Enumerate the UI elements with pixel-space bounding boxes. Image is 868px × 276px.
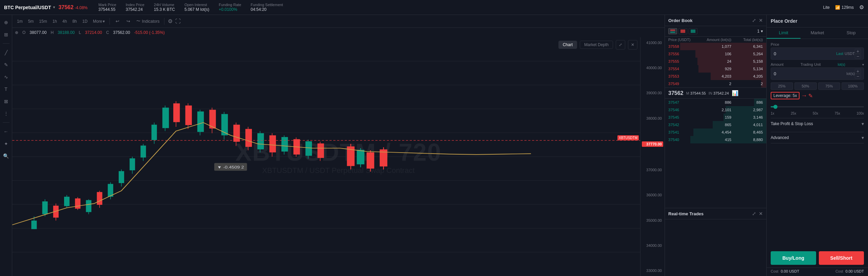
more-button[interactable]: More ▾ — [91, 18, 107, 24]
price-41000: 41000.00 — [642, 41, 663, 45]
ob-ask-row[interactable]: 37556 106 5,264 — [665, 50, 766, 58]
ob-ask-row[interactable]: 37554 929 5,134 — [665, 65, 766, 73]
svg-rect-37 — [173, 103, 180, 122]
symbol-info: BTC Perpetual/USDT ▼ 37562 -4.08% — [4, 4, 87, 11]
top-bar: BTC Perpetual/USDT ▼ 37562 -4.08% Mark P… — [0, 0, 868, 15]
tab-limit[interactable]: Limit — [767, 27, 801, 39]
amount-input[interactable] — [774, 71, 847, 76]
ob-chart-icon[interactable]: 📊 — [732, 90, 738, 96]
fullscreen-icon[interactable]: ⛶ — [175, 18, 181, 25]
ohlc-low: 37214.00 — [85, 30, 102, 35]
time-5m[interactable]: 5m — [26, 18, 36, 24]
leverage-edit-icon[interactable]: ✎ — [808, 93, 813, 99]
toolbar-sep-1 — [110, 18, 110, 25]
leverage-slider[interactable] — [771, 103, 864, 110]
close-order-book-icon[interactable]: ✕ — [759, 18, 763, 23]
amount-plus-button[interactable]: + — [855, 69, 861, 74]
ob-ask-row[interactable]: 37555 24 5,158 — [665, 58, 766, 65]
take-profit-stop-loss-section[interactable]: Take Profit & Stop Loss ▾ — [771, 118, 864, 129]
arrow-left-icon[interactable]: ← — [1, 127, 11, 136]
pct-50-button[interactable]: 50% — [794, 82, 817, 90]
time-4h[interactable]: 4h — [60, 18, 69, 24]
amount-input-row: lot(s) + − — [771, 67, 864, 80]
realtime-trades-header: Real-time Trades ⤢ ✕ — [665, 208, 766, 219]
ob-size-selector[interactable]: 1 ▾ — [757, 28, 763, 34]
ob-bid-row[interactable]: 37547 886 886 — [665, 99, 766, 106]
time-1h[interactable]: 1h — [51, 18, 59, 24]
amount-minus-button[interactable]: − — [855, 74, 861, 79]
ob-view-both[interactable] — [668, 28, 677, 34]
time-8h[interactable]: 8h — [70, 18, 79, 24]
price-35000: 35000.00 — [642, 218, 663, 222]
pct-100-button[interactable]: 100% — [842, 82, 864, 90]
order-book-title: Order Book — [668, 18, 693, 23]
magnet-icon[interactable]: ✦ — [1, 139, 11, 149]
ob-bid-row[interactable]: 37545 159 3,146 — [665, 114, 766, 121]
trading-unit-dropdown[interactable]: lot(s) — [838, 63, 845, 66]
ob-bid-row[interactable]: 37540 415 8,880 — [665, 136, 766, 143]
redo-icon[interactable]: ↪ — [123, 17, 133, 26]
trendline-icon[interactable]: ╱ — [1, 48, 11, 57]
take-profit-stop-loss-label: Take Profit & Stop Loss — [771, 121, 813, 126]
price-input-row: Last USDT + − — [771, 47, 864, 60]
advanced-section[interactable]: Advanced ▾ — [771, 132, 864, 143]
trading-unit-chevron[interactable]: ▾ — [862, 63, 864, 66]
amount-unit: lot(s) — [847, 72, 855, 76]
measure-icon[interactable]: ⊠ — [1, 97, 11, 106]
tab-market[interactable]: Market — [801, 27, 834, 39]
expand-trades-icon[interactable]: ⤢ — [752, 211, 756, 216]
layers-icon[interactable]: ⋮ — [1, 109, 11, 118]
ohlc-close-prefix: C — [106, 30, 109, 35]
pct-75-button[interactable]: 75% — [818, 82, 841, 90]
realtime-trades-icons: ⤢ ✕ — [752, 211, 763, 216]
curve-icon[interactable]: ∿ — [1, 72, 11, 82]
time-1m[interactable]: 1m — [15, 18, 25, 24]
ob-bid-row[interactable]: 37541 4,454 8,465 — [665, 129, 766, 136]
slider-thumb[interactable] — [773, 105, 777, 109]
ob-ask-row[interactable]: 37553 4,203 4,205 — [665, 73, 766, 80]
text-icon[interactable]: T — [1, 84, 11, 94]
svg-rect-41 — [197, 112, 204, 132]
last-button[interactable]: Last — [836, 52, 843, 56]
time-15m[interactable]: 15m — [37, 18, 49, 24]
ob-ask-row[interactable]: 37549 2 2 — [665, 80, 766, 87]
leverage-box[interactable]: Leverage: 5x — [771, 92, 800, 99]
ob-bid-row[interactable]: 37546 2,101 2,987 — [665, 106, 766, 114]
price-input[interactable] — [774, 51, 836, 56]
symbol-dropdown-arrow[interactable]: ▼ — [52, 5, 56, 9]
price-minus-button[interactable]: − — [855, 54, 861, 59]
pencil-icon[interactable]: ✎ — [1, 60, 11, 70]
ob-bid-row[interactable]: 37542 865 4,011 — [665, 121, 766, 129]
price-36000: 36000.00 — [642, 193, 663, 197]
ob-view-bids[interactable] — [689, 28, 697, 34]
tab-stop[interactable]: Stop — [834, 27, 868, 39]
settings-gear-icon[interactable]: ⚙ — [167, 17, 173, 25]
buy-cost: Cost 0.00 USDT — [771, 269, 799, 273]
sell-short-button[interactable]: Sell/Short — [819, 251, 864, 265]
ping-info: 📶 129ms — [835, 5, 854, 10]
percentage-row: 25% 50% 75% 100% — [771, 82, 864, 90]
symbol-name[interactable]: BTC Perpetual/USDT ▼ — [4, 5, 56, 10]
zoom-icon[interactable]: 🔍 — [1, 151, 11, 161]
chevron-down-icon: ▾ — [761, 29, 763, 34]
current-price: 37562 -4.08% — [58, 4, 87, 11]
lite-button[interactable]: Lite — [823, 5, 830, 10]
settings-icon[interactable]: ⚙ — [859, 4, 864, 11]
buy-long-button[interactable]: Buy/Long — [771, 251, 816, 265]
sell-cost: Cost 0.00 USDT — [835, 269, 864, 273]
ob-view-asks[interactable] — [678, 28, 687, 34]
time-1d[interactable]: 1D — [80, 18, 90, 24]
chart-canvas[interactable]: XBTUSDTM / 720 XBTUSDTM / USDT Perpetual… — [12, 37, 665, 276]
indicators-button[interactable]: 〜 Indicators — [134, 18, 161, 25]
expand-order-book-icon[interactable]: ⤢ — [752, 18, 756, 23]
undo-icon[interactable]: ↩ — [113, 17, 122, 26]
ob-ask-row[interactable]: 37558 1,077 6,341 — [665, 43, 766, 50]
price-unit: USDT — [845, 52, 855, 56]
pct-25-button[interactable]: 25% — [771, 82, 793, 90]
price-plus-button[interactable]: + — [855, 49, 861, 54]
close-trades-icon[interactable]: ✕ — [759, 211, 763, 216]
crosshair-icon[interactable]: ⊕ — [1, 18, 11, 27]
leverage-arrow: → — [801, 92, 807, 99]
bar-chart-icon[interactable]: ⊞ — [1, 30, 11, 39]
marker-25x: 25x — [791, 112, 796, 115]
